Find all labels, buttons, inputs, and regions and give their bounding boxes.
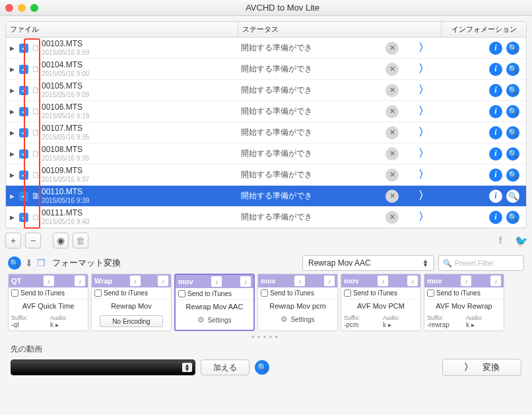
row-checkbox[interactable] [19,213,28,222]
row-checkbox[interactable] [19,128,28,137]
preview-button[interactable]: 🔍 [506,190,519,203]
cancel-job-button[interactable]: ✕ [385,211,399,224]
preset-card[interactable]: mov♪♪Send to iTunesRewrap Mov pcm⚙Settin… [257,274,338,331]
info-button[interactable]: i [489,169,502,182]
row-checkbox-wrap[interactable] [18,191,30,201]
cancel-job-button[interactable]: ✕ [385,126,399,139]
info-button[interactable]: i [489,63,502,76]
cancel-job-button[interactable]: ✕ [385,63,399,76]
preset-card[interactable]: mov♪♪Send to iTunesAVF Mov PCMSuffix:-pc… [341,274,421,331]
send-to-itunes-checkbox[interactable] [344,289,351,297]
row-checkbox-wrap[interactable] [18,106,30,116]
preset-card[interactable]: mov♪♪Send to iTunesRewrap Mov AAC⚙Settin… [174,274,255,331]
info-button[interactable]: i [489,190,502,203]
no-encoding-button[interactable]: No Encoding [100,315,163,327]
remove-file-button[interactable]: − [25,233,41,248]
column-info[interactable]: インフォメーション [442,22,526,37]
format-dropdown[interactable]: Rewrap Mov AAC ▲▼ [302,255,434,271]
row-checkbox[interactable] [19,170,28,180]
file-row[interactable]: ▶🗋00111.MTS2015/05/16 9:40開始する準備ができ✕〉i🔍 [6,207,526,228]
twitter-icon[interactable]: 🐦 [515,235,527,246]
cancel-job-button[interactable]: ✕ [385,147,399,161]
info-button[interactable]: i [489,105,502,118]
column-file[interactable]: ファイル [6,22,238,37]
disclosure-triangle[interactable]: ▶ [6,172,18,178]
disclosure-triangle[interactable]: ▶ [6,151,18,157]
row-checkbox[interactable] [19,192,28,201]
disclosure-triangle[interactable]: ▶ [6,45,18,52]
row-checkbox[interactable] [19,86,28,95]
row-checkbox[interactable] [19,65,28,74]
expand-chevron[interactable]: 〉 [418,147,429,161]
preview-button[interactable]: 🔍 [506,105,519,118]
row-checkbox-wrap[interactable] [18,85,30,95]
add-file-button[interactable]: + [5,233,21,248]
info-button[interactable]: i [489,147,502,161]
close-window-button[interactable] [5,4,13,12]
preset-card[interactable]: Wrap♪♪Send to iTunesRewrap MovNo Encodin… [91,274,172,331]
minimize-window-button[interactable] [18,4,26,12]
send-to-itunes-checkbox[interactable] [11,289,18,297]
preset-card[interactable]: mov♪♪Send to iTunesAVF Mov RewrapSuffix:… [424,274,504,331]
send-to-itunes[interactable]: Send to iTunes [176,288,253,300]
info-button[interactable]: i [489,84,502,97]
disclosure-triangle[interactable]: ▶ [6,87,18,94]
preset-card[interactable]: QT♪♪Send to iTunesAVF Quick TimeSuffix:-… [8,274,88,331]
column-status[interactable]: ステータス [238,22,442,37]
file-row[interactable]: ▶🗋00103.MTS2015/05/16 8:59開始する準備ができ✕〉i🔍 [6,38,526,59]
convert-button[interactable]: 〉 変換 [442,359,521,376]
cancel-job-button[interactable]: ✕ [385,84,399,97]
cancel-job-button[interactable]: ✕ [385,105,399,118]
info-button[interactable]: i [489,211,502,224]
cancel-job-button[interactable]: ✕ [385,190,399,203]
download-icon[interactable]: ⬇ [25,258,33,268]
destination-dropdown[interactable]: ▲▼ [11,359,195,375]
expand-chevron[interactable]: 〉 [418,168,429,182]
format-search-button[interactable]: 🔍 [8,256,21,270]
send-to-itunes[interactable]: Send to iTunes [258,287,337,299]
file-row[interactable]: ▶🗋00109.MTS2015/05/16 9:37開始する準備ができ✕〉i🔍 [6,165,526,186]
disclosure-triangle[interactable]: ▶ [6,193,18,200]
row-checkbox-wrap[interactable] [18,43,30,53]
zoom-window-button[interactable] [30,4,38,12]
disclosure-triangle[interactable]: ▶ [6,108,18,115]
disclosure-triangle[interactable]: ▶ [6,130,18,136]
expand-chevron[interactable]: 〉 [418,41,429,55]
expand-chevron[interactable]: 〉 [418,189,429,203]
send-to-itunes[interactable]: Send to iTunes [92,287,171,299]
row-checkbox-wrap[interactable] [18,149,30,159]
file-row[interactable]: ▶🗋00105.MTS2015/05/16 9:09開始する準備ができ✕〉i🔍 [6,80,526,101]
file-row[interactable]: ▶🗋00107.MTS2015/05/16 9:35開始する準備ができ✕〉i🔍 [6,122,526,143]
row-checkbox-wrap[interactable] [18,170,30,180]
row-checkbox[interactable] [19,44,28,53]
preview-button[interactable]: 🔍 [506,211,519,224]
send-to-itunes-checkbox[interactable] [94,289,102,297]
info-button[interactable]: i [489,42,502,55]
disclosure-triangle[interactable]: ▶ [6,214,18,221]
preview-button[interactable]: 🔍 [506,63,519,76]
send-to-itunes-checkbox[interactable] [178,290,185,297]
refresh-button[interactable]: ◉ [53,233,69,248]
destination-search-button[interactable]: 🔍 [255,360,269,375]
facebook-icon[interactable]: f [499,235,511,246]
send-to-itunes[interactable]: Send to iTunes [9,287,88,299]
preview-button[interactable]: 🔍 [506,169,519,182]
send-to-itunes[interactable]: Send to iTunes [341,287,420,299]
send-to-itunes[interactable]: Send to iTunes [424,287,504,299]
disclosure-triangle[interactable]: ▶ [6,66,18,73]
preview-button[interactable]: 🔍 [506,126,519,139]
cancel-job-button[interactable]: ✕ [385,169,399,182]
send-to-itunes-checkbox[interactable] [427,289,434,297]
add-destination-button[interactable]: 加える [201,359,249,375]
row-checkbox-wrap[interactable] [18,64,30,74]
preview-button[interactable]: 🔍 [506,42,519,55]
expand-chevron[interactable]: 〉 [418,83,429,97]
cancel-job-button[interactable]: ✕ [385,42,399,55]
row-checkbox-wrap[interactable] [18,128,30,137]
settings-label[interactable]: Settings [207,317,231,324]
expand-chevron[interactable]: 〉 [418,104,429,118]
trash-button[interactable]: 🗑 [73,233,88,248]
row-checkbox[interactable] [19,149,28,159]
row-checkbox-wrap[interactable] [18,212,30,222]
row-checkbox[interactable] [19,107,28,116]
